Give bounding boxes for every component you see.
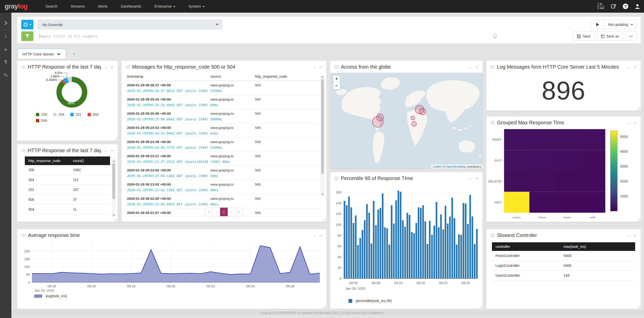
bar[interactable] bbox=[404, 227, 406, 279]
message-row[interactable]: 2020-01-29 09:24:53 +00:00www.graylog.to… bbox=[127, 124, 321, 138]
refresh-interval-button[interactable]: Not updating bbox=[605, 20, 637, 29]
drag-handle-icon[interactable] bbox=[21, 65, 25, 69]
bar[interactable] bbox=[458, 234, 460, 279]
bar[interactable] bbox=[402, 220, 404, 279]
bar[interactable] bbox=[465, 204, 466, 279]
chevron-down-icon[interactable] bbox=[110, 150, 114, 152]
bar[interactable] bbox=[377, 209, 379, 279]
zoom-in-button[interactable]: + bbox=[333, 75, 340, 82]
bar[interactable] bbox=[386, 228, 388, 279]
bar[interactable] bbox=[407, 213, 408, 279]
resize-handle[interactable] bbox=[637, 305, 640, 308]
filter-button[interactable] bbox=[21, 31, 33, 41]
bar[interactable] bbox=[362, 230, 363, 279]
heatmap-cell[interactable] bbox=[529, 171, 555, 192]
bar[interactable] bbox=[344, 201, 345, 279]
bar[interactable] bbox=[413, 233, 415, 279]
resize-handle[interactable] bbox=[323, 218, 326, 221]
message-row[interactable]: 2020-01-29 09:26:37 +00:00www.graylog.to… bbox=[127, 81, 321, 95]
lightbulb-icon[interactable] bbox=[493, 34, 497, 40]
drag-handle-icon[interactable] bbox=[490, 121, 495, 124]
bar[interactable] bbox=[424, 221, 426, 279]
message-row[interactable]: 2020-01-29 09:22:09 +00:00www.graylog.to… bbox=[127, 194, 321, 209]
bar[interactable] bbox=[418, 207, 419, 279]
bar[interactable] bbox=[420, 208, 422, 279]
bar[interactable] bbox=[447, 224, 448, 279]
heatmap-cell[interactable] bbox=[555, 150, 580, 171]
bar[interactable] bbox=[427, 244, 428, 279]
save-button[interactable]: Save bbox=[573, 31, 594, 41]
chevron-down-icon[interactable] bbox=[633, 122, 637, 124]
bar[interactable] bbox=[467, 224, 469, 279]
page-button[interactable]: › bbox=[228, 208, 235, 216]
heatmap-cell[interactable] bbox=[580, 171, 605, 192]
resize-horizontal-icon[interactable]: ↔ bbox=[468, 64, 473, 70]
bar[interactable] bbox=[469, 195, 471, 279]
resize-handle[interactable] bbox=[479, 305, 482, 308]
heatmap-cell[interactable] bbox=[555, 171, 580, 192]
bar[interactable] bbox=[373, 201, 375, 279]
chevron-down-icon[interactable] bbox=[319, 234, 322, 236]
bar[interactable] bbox=[445, 206, 446, 279]
bar[interactable] bbox=[380, 208, 381, 279]
page-button-active[interactable]: 1 bbox=[220, 208, 228, 216]
drag-handle-icon[interactable] bbox=[334, 65, 339, 69]
play-button[interactable] bbox=[591, 20, 605, 29]
bar[interactable] bbox=[364, 220, 365, 279]
nav-item-alerts[interactable]: Alerts bbox=[91, 0, 114, 13]
drag-handle-icon[interactable] bbox=[126, 65, 130, 69]
heatmap-cell[interactable] bbox=[580, 129, 605, 150]
drag-handle-icon[interactable] bbox=[490, 234, 495, 237]
bar[interactable] bbox=[449, 216, 451, 279]
resize-horizontal-icon[interactable]: ↔ bbox=[312, 233, 317, 238]
drag-handle-icon[interactable] bbox=[334, 177, 339, 180]
bar[interactable] bbox=[382, 193, 383, 279]
map-data-circle[interactable] bbox=[419, 108, 426, 115]
scrollbar[interactable] bbox=[321, 75, 324, 196]
page-button[interactable]: « bbox=[205, 208, 213, 216]
resize-horizontal-icon[interactable]: ↔ bbox=[627, 64, 631, 70]
zoom-out-button[interactable]: − bbox=[333, 82, 340, 89]
map-data-circle[interactable] bbox=[412, 122, 417, 126]
filter-input[interactable] bbox=[37, 31, 569, 41]
nav-item-search[interactable]: Search bbox=[39, 0, 64, 13]
bar[interactable] bbox=[451, 198, 453, 279]
sidebar-expand-button[interactable] bbox=[0, 21, 11, 26]
bar[interactable] bbox=[440, 214, 442, 279]
heatmap-cell[interactable] bbox=[529, 192, 555, 213]
bar[interactable] bbox=[395, 200, 397, 279]
tab-http-core-server[interactable]: HTTP Core Server bbox=[17, 49, 66, 59]
bar[interactable] bbox=[398, 191, 399, 279]
user-menu-icon[interactable] bbox=[634, 3, 640, 9]
bar[interactable] bbox=[431, 235, 433, 279]
bar[interactable] bbox=[371, 244, 372, 279]
bar[interactable] bbox=[422, 205, 424, 279]
legend-item[interactable]: 204 bbox=[53, 112, 68, 116]
bar[interactable] bbox=[454, 218, 455, 279]
drag-handle-icon[interactable] bbox=[21, 149, 25, 152]
resize-handle[interactable] bbox=[114, 218, 117, 221]
page-button[interactable]: ‹ bbox=[213, 208, 220, 216]
throughput-indicator[interactable]: 1 in 1 out bbox=[597, 3, 605, 10]
bar[interactable] bbox=[429, 221, 430, 279]
legend-item[interactable]: 200 bbox=[36, 112, 51, 116]
heatmap-cell[interactable] bbox=[529, 150, 555, 171]
bar[interactable] bbox=[355, 215, 357, 279]
bar[interactable] bbox=[400, 192, 401, 279]
bar[interactable] bbox=[460, 235, 462, 279]
pilcrow-icon[interactable]: ¶ bbox=[0, 59, 11, 65]
bar[interactable] bbox=[393, 224, 394, 279]
nav-item-enterprise[interactable]: Enterprise bbox=[148, 0, 182, 13]
resize-horizontal-icon[interactable]: ↔ bbox=[103, 148, 108, 153]
drag-handle-icon[interactable] bbox=[490, 65, 495, 69]
heatmap-cell[interactable] bbox=[504, 129, 529, 150]
map-canvas[interactable]: + − Leaflet | © OpenStreetMap contributo… bbox=[330, 73, 483, 169]
heatmap-cell[interactable] bbox=[580, 150, 605, 171]
chevron-down-icon[interactable] bbox=[633, 234, 637, 236]
resize-horizontal-icon[interactable]: ↔ bbox=[312, 64, 317, 70]
bar[interactable] bbox=[442, 229, 444, 279]
bar[interactable] bbox=[436, 202, 437, 279]
bar[interactable] bbox=[433, 226, 435, 279]
add-tab-button[interactable]: + bbox=[68, 49, 79, 59]
bar[interactable] bbox=[389, 245, 390, 279]
